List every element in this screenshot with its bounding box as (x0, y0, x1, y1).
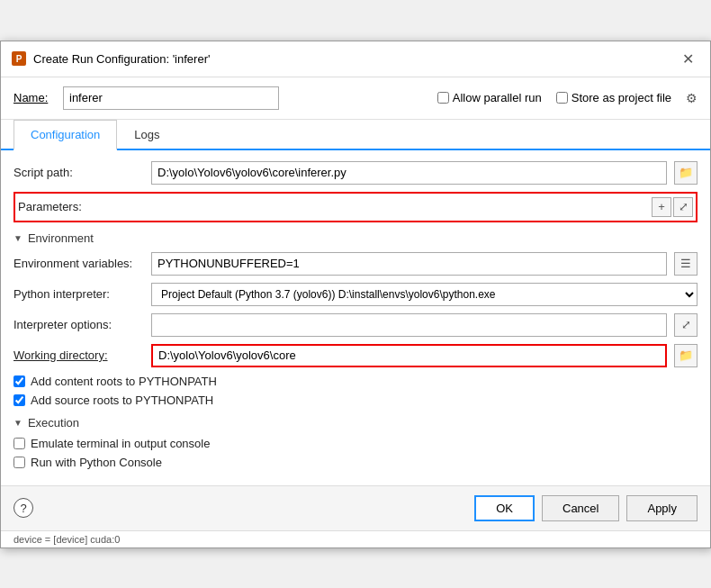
name-label: Name: (14, 91, 54, 104)
env-variables-edit-button[interactable]: ☰ (674, 252, 698, 276)
script-path-input[interactable] (151, 161, 667, 185)
python-interpreter-label: Python interpreter: (14, 287, 144, 301)
ok-button[interactable]: OK (474, 495, 535, 521)
add-source-roots-row: Add source roots to PYTHONPATH (14, 394, 698, 407)
working-directory-browse-button[interactable]: 📁 (674, 344, 698, 367)
status-bar: device = [device] cuda:0 (1, 530, 710, 547)
interpreter-options-label: Interpreter options: (14, 318, 144, 331)
add-content-roots-row: Add content roots to PYTHONPATH (14, 375, 698, 388)
emulate-terminal-row: Emulate terminal in output console (14, 437, 698, 450)
allow-parallel-checkbox[interactable] (437, 92, 449, 104)
python-interpreter-select[interactable]: Project Default (Python 3.7 (yolov6)) D:… (151, 283, 698, 306)
emulate-terminal-label: Emulate terminal in output console (31, 437, 210, 450)
script-path-row: Script path: 📁 (14, 161, 698, 185)
execution-section: ▼ Execution Emulate terminal in output c… (14, 416, 698, 469)
script-path-label: Script path: (14, 166, 144, 179)
run-with-python-label: Run with Python Console (31, 456, 162, 469)
params-expand-button[interactable]: ⤢ (673, 197, 693, 217)
environment-section-header: ▼ Environment (14, 231, 698, 245)
run-with-python-checkbox[interactable] (14, 457, 25, 468)
allow-parallel-checkbox-label[interactable]: Allow parallel run (437, 91, 542, 104)
title-bar: P Create Run Configuration: 'inferer' ✕ (1, 41, 710, 77)
add-content-roots-label: Add content roots to PYTHONPATH (31, 375, 217, 388)
parameters-label: Parameters: (18, 200, 145, 213)
env-variables-input[interactable] (151, 252, 667, 276)
name-row: Name: Allow parallel run Store as projec… (1, 77, 710, 120)
run-with-python-row: Run with Python Console (14, 456, 698, 469)
store-as-project-checkbox[interactable] (556, 92, 568, 104)
params-actions: + ⤢ (652, 197, 693, 217)
emulate-terminal-checkbox[interactable] (14, 438, 25, 449)
dialog-footer: ? OK Cancel Apply (1, 485, 710, 530)
env-variables-row: Environment variables: ☰ (14, 252, 698, 276)
add-source-roots-label: Add source roots to PYTHONPATH (31, 394, 213, 407)
close-button[interactable]: ✕ (677, 49, 699, 69)
title-bar-left: P Create Run Configuration: 'inferer' (12, 51, 210, 66)
apply-button[interactable]: Apply (626, 495, 698, 521)
working-directory-row: Working directory: 📁 (14, 344, 698, 367)
interpreter-options-input[interactable] (151, 313, 667, 337)
name-options: Allow parallel run Store as project file… (437, 91, 698, 105)
store-as-project-checkbox-label[interactable]: Store as project file (556, 91, 671, 104)
parameters-input[interactable] (152, 196, 644, 218)
env-variables-label: Environment variables: (14, 257, 144, 270)
store-as-project-label: Store as project file (572, 91, 671, 104)
script-path-browse-button[interactable]: 📁 (674, 161, 698, 185)
tab-content: Script path: 📁 Parameters: + ⤢ ▼ Environ… (1, 150, 710, 485)
add-source-roots-checkbox[interactable] (14, 394, 25, 406)
name-input[interactable] (63, 86, 279, 110)
help-button[interactable]: ? (14, 498, 33, 518)
tabs-row: Configuration Logs (1, 120, 710, 150)
add-content-roots-checkbox[interactable] (14, 375, 25, 387)
status-text: device = [device] cuda:0 (14, 534, 120, 545)
interpreter-options-row: Interpreter options: ⤢ (14, 313, 698, 337)
pycharm-icon: P (12, 51, 26, 66)
tab-configuration[interactable]: Configuration (14, 120, 117, 150)
footer-left: ? (14, 498, 33, 518)
cancel-button[interactable]: Cancel (542, 495, 619, 521)
env-collapse-icon[interactable]: ▼ (14, 233, 22, 243)
footer-right: OK Cancel Apply (474, 495, 698, 521)
dialog-title: Create Run Configuration: 'inferer' (33, 52, 210, 66)
environment-section-label: Environment (28, 231, 94, 245)
working-directory-label: Working directory: (14, 348, 144, 362)
parameters-row: Parameters: + ⤢ (14, 192, 698, 222)
execution-section-header: ▼ Execution (14, 416, 698, 430)
allow-parallel-label: Allow parallel run (453, 91, 542, 104)
tab-logs[interactable]: Logs (117, 120, 176, 149)
python-interpreter-row: Python interpreter: Project Default (Pyt… (14, 283, 698, 306)
working-directory-input[interactable] (151, 344, 667, 367)
execution-section-label: Execution (28, 416, 79, 430)
params-add-button[interactable]: + (652, 197, 671, 217)
run-configuration-dialog: P Create Run Configuration: 'inferer' ✕ … (0, 41, 711, 548)
execution-collapse-icon[interactable]: ▼ (14, 418, 22, 428)
interpreter-options-expand-button[interactable]: ⤢ (674, 313, 698, 337)
gear-icon[interactable]: ⚙ (686, 91, 698, 105)
